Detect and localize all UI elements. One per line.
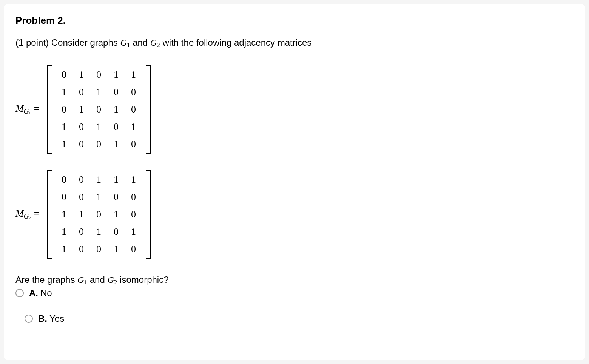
option-a-letter: A. xyxy=(29,288,38,298)
question-after: isomorphic? xyxy=(117,275,168,285)
matrix1-grid: 0101110100010101010110010 xyxy=(52,65,145,154)
question-between: and xyxy=(87,275,107,285)
symbol-g2: G2 xyxy=(150,38,160,48)
matrix2-label-sub-sub: 2 xyxy=(29,216,31,220)
matrix-equation-1: MG1 = 0101110100010101010110010 xyxy=(15,65,574,154)
matrix-cell: 1 xyxy=(114,174,119,185)
matrix-cell: 0 xyxy=(131,209,136,220)
matrix-cell: 0 xyxy=(62,104,66,115)
matrix-cell: 0 xyxy=(131,191,136,203)
matrix-cell: 1 xyxy=(62,139,66,150)
matrix-cell: 0 xyxy=(62,69,66,80)
matrix-cell: 0 xyxy=(114,86,119,98)
matrix-cell: 1 xyxy=(114,209,119,220)
problem-intro: (1 point) Consider graphs G1 and G2 with… xyxy=(15,36,574,50)
question-g1: G1 xyxy=(77,275,87,285)
matrix-cell: 0 xyxy=(96,139,101,150)
matrix-equation-2: MG2 = 0011100100110101010110010 xyxy=(15,170,574,259)
matrix-cell: 0 xyxy=(79,86,84,98)
matrix-cell: 0 xyxy=(96,69,101,80)
matrix-cell: 1 xyxy=(131,174,136,185)
option-b-row: B. Yes xyxy=(25,313,574,325)
option-b-text: Yes xyxy=(49,313,64,324)
symbol-g1-base: G xyxy=(120,38,126,48)
matrix-cell: 0 xyxy=(96,209,101,220)
question-g2: G2 xyxy=(107,275,117,285)
matrix-cell: 0 xyxy=(79,121,84,133)
intro-text-3: with the following adjacency matrices xyxy=(160,37,312,48)
matrix-cell: 1 xyxy=(62,226,66,238)
matrix-cell: 0 xyxy=(79,139,84,150)
matrix1-label: MG1 = xyxy=(15,103,47,116)
matrix-cell: 1 xyxy=(79,69,84,80)
option-a-row: A. No xyxy=(15,287,574,299)
intro-text-2: and xyxy=(130,37,150,48)
right-bracket-icon xyxy=(145,65,151,154)
matrix-cell: 0 xyxy=(79,226,84,238)
matrix-cell: 0 xyxy=(96,244,101,255)
equals-sign: = xyxy=(33,103,42,114)
matrix-cell: 0 xyxy=(114,191,119,203)
matrix-cell: 1 xyxy=(96,191,101,203)
matrix-cell: 1 xyxy=(114,244,119,255)
question-text: Are the graphs G1 and G2 isomorphic? xyxy=(15,275,574,286)
matrix2-label: MG2 = xyxy=(15,208,47,221)
matrix-cell: 0 xyxy=(131,139,136,150)
matrix-cell: 1 xyxy=(131,69,136,80)
matrix-cell: 0 xyxy=(62,174,66,185)
problem-title: Problem 2. xyxy=(15,15,574,26)
matrix2-brackets: 0011100100110101010110010 xyxy=(47,170,151,259)
option-a-text: No xyxy=(40,288,52,298)
matrix2-label-sub: G2 xyxy=(24,212,31,220)
matrices-block: MG1 = 0101110100010101010110010 MG2 = 00… xyxy=(15,65,574,259)
symbol-g1: G1 xyxy=(120,38,130,48)
matrix-cell: 1 xyxy=(79,209,84,220)
option-b-letter: B. xyxy=(38,313,47,324)
matrix-cell: 1 xyxy=(62,86,66,98)
matrix1-label-sub-g: G xyxy=(24,107,29,115)
symbol-g2-sub: 2 xyxy=(157,42,160,49)
matrix2-label-sub-g: G xyxy=(24,212,29,220)
matrix-cell: 0 xyxy=(114,121,119,133)
right-bracket-icon xyxy=(145,170,151,259)
matrix-cell: 1 xyxy=(131,226,136,238)
matrix2-label-m: M xyxy=(15,208,24,219)
symbol-g2-base: G xyxy=(150,38,157,48)
matrix-cell: 1 xyxy=(96,174,101,185)
matrix2-grid: 0011100100110101010110010 xyxy=(52,170,145,259)
matrix-cell: 1 xyxy=(96,86,101,98)
matrix1-brackets: 0101110100010101010110010 xyxy=(47,65,151,154)
question-before: Are the graphs xyxy=(15,275,77,285)
intro-text-1: Consider graphs xyxy=(51,37,120,48)
matrix-cell: 0 xyxy=(62,191,66,203)
matrix-cell: 1 xyxy=(96,121,101,133)
matrix-cell: 1 xyxy=(96,226,101,238)
matrix-cell: 0 xyxy=(131,86,136,98)
matrix1-label-m: M xyxy=(15,103,24,114)
matrix-cell: 1 xyxy=(62,121,66,133)
matrix-cell: 0 xyxy=(131,244,136,255)
matrix-cell: 0 xyxy=(79,244,84,255)
matrix-cell: 1 xyxy=(114,139,119,150)
matrix-cell: 1 xyxy=(79,104,84,115)
matrix-cell: 1 xyxy=(131,121,136,133)
matrix1-label-sub: G1 xyxy=(24,107,31,115)
equals-sign: = xyxy=(33,208,42,219)
left-bracket-icon xyxy=(47,170,52,259)
matrix-cell: 0 xyxy=(114,226,119,238)
matrix-cell: 1 xyxy=(62,209,66,220)
left-bracket-icon xyxy=(47,65,52,154)
points-prefix: (1 point) xyxy=(15,37,51,48)
matrix-cell: 0 xyxy=(96,104,101,115)
matrix1-label-sub-sub: 1 xyxy=(29,111,31,115)
matrix-cell: 1 xyxy=(62,244,66,255)
matrix-cell: 1 xyxy=(114,69,119,80)
matrix-cell: 1 xyxy=(114,104,119,115)
option-b-radio[interactable] xyxy=(25,315,33,323)
problem-card: Problem 2. (1 point) Consider graphs G1 … xyxy=(4,4,585,360)
matrix-cell: 0 xyxy=(79,174,84,185)
matrix-cell: 0 xyxy=(131,104,136,115)
matrix-cell: 0 xyxy=(79,191,84,203)
option-a-radio[interactable] xyxy=(15,289,24,297)
